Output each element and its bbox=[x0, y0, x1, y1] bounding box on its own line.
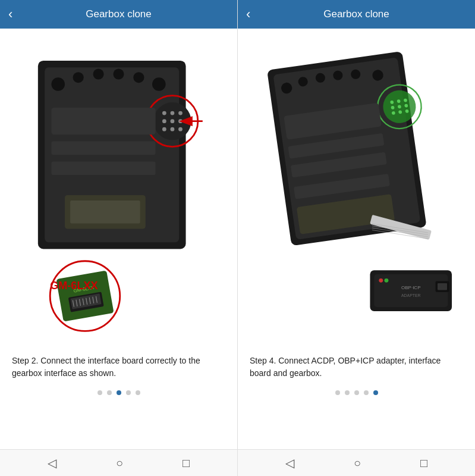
svg-rect-24 bbox=[70, 201, 140, 223]
svg-point-13 bbox=[162, 119, 166, 123]
left-content: GM-6LXX GM-6LXX Step 2. bbox=[0, 29, 237, 449]
right-dot-5[interactable] bbox=[373, 390, 378, 395]
right-dot-2[interactable] bbox=[345, 390, 350, 395]
right-step-text: Step 4. Connect ACDP, OBP+ICP adapter, i… bbox=[247, 350, 465, 384]
svg-point-73 bbox=[385, 278, 389, 283]
bottom-nav: ◁ ○ □ ◁ ○ □ bbox=[0, 449, 475, 476]
svg-point-2 bbox=[51, 77, 65, 91]
left-recents-nav-icon[interactable]: □ bbox=[183, 456, 190, 470]
right-dot-1[interactable] bbox=[335, 390, 340, 395]
left-dot-3[interactable] bbox=[117, 390, 121, 395]
svg-text:GM-6LXX: GM-6LXX bbox=[50, 280, 97, 292]
left-gearbox-image: GM-6LXX GM-6LXX bbox=[10, 40, 228, 350]
right-back-button[interactable]: ‹ bbox=[246, 8, 250, 21]
svg-point-14 bbox=[171, 119, 175, 123]
svg-point-3 bbox=[73, 72, 84, 83]
svg-point-16 bbox=[162, 127, 166, 131]
svg-point-11 bbox=[171, 111, 175, 115]
svg-rect-21 bbox=[51, 142, 155, 155]
right-recents-nav-icon[interactable]: □ bbox=[420, 456, 427, 470]
svg-point-12 bbox=[178, 111, 183, 115]
svg-point-10 bbox=[162, 111, 166, 115]
svg-point-7 bbox=[152, 77, 166, 91]
left-step-text: Step 2. Connect the interface board corr… bbox=[10, 350, 228, 384]
svg-text:OBP·ICP: OBP·ICP bbox=[401, 285, 421, 290]
svg-point-15 bbox=[178, 119, 183, 123]
left-back-nav-icon[interactable]: ◁ bbox=[48, 456, 56, 470]
right-content: OBP·ICP ADAPTER Step 4. Connect ACDP, OB… bbox=[238, 29, 475, 449]
svg-rect-75 bbox=[438, 283, 447, 290]
right-header: ‹ Gearbox clone bbox=[238, 0, 475, 29]
left-dot-5[interactable] bbox=[136, 390, 140, 395]
svg-point-72 bbox=[379, 278, 383, 283]
right-home-nav-icon[interactable]: ○ bbox=[354, 456, 361, 470]
svg-text:ADAPTER: ADAPTER bbox=[401, 293, 421, 298]
right-bottom-nav: ◁ ○ □ bbox=[238, 450, 475, 476]
left-bottom-nav: ◁ ○ □ bbox=[0, 450, 238, 476]
left-image-area: GM-6LXX GM-6LXX bbox=[10, 40, 228, 350]
left-header: ‹ Gearbox clone bbox=[0, 0, 237, 29]
svg-point-5 bbox=[113, 68, 124, 79]
right-back-nav-icon[interactable]: ◁ bbox=[285, 456, 294, 470]
svg-point-6 bbox=[133, 72, 144, 83]
left-dot-4[interactable] bbox=[126, 390, 131, 395]
left-dot-1[interactable] bbox=[97, 390, 102, 395]
left-dot-2[interactable] bbox=[107, 390, 112, 395]
right-dot-4[interactable] bbox=[364, 390, 369, 395]
right-panel: ‹ Gearbox clone bbox=[238, 0, 475, 449]
left-title: Gearbox clone bbox=[86, 8, 152, 20]
svg-point-18 bbox=[178, 127, 183, 131]
right-title: Gearbox clone bbox=[323, 8, 389, 20]
left-pagination bbox=[97, 384, 140, 400]
left-back-button[interactable]: ‹ bbox=[8, 8, 12, 21]
left-home-nav-icon[interactable]: ○ bbox=[116, 456, 123, 470]
svg-point-17 bbox=[171, 127, 175, 131]
right-dot-3[interactable] bbox=[354, 390, 359, 395]
right-gearbox-image: OBP·ICP ADAPTER bbox=[247, 40, 465, 350]
svg-rect-22 bbox=[51, 161, 155, 175]
right-image-area: OBP·ICP ADAPTER bbox=[247, 40, 465, 350]
svg-point-4 bbox=[93, 68, 104, 79]
left-panel: ‹ Gearbox clone bbox=[0, 0, 238, 449]
right-pagination bbox=[335, 384, 378, 400]
svg-rect-20 bbox=[51, 108, 155, 134]
